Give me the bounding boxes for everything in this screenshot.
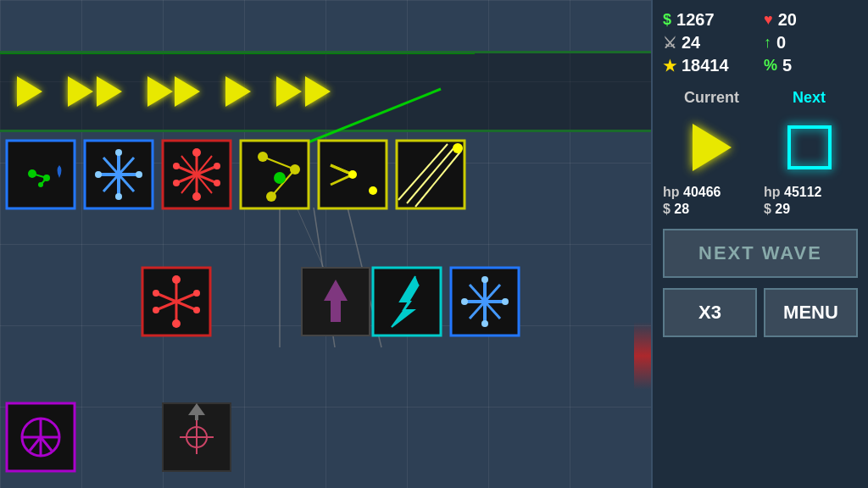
next-wave-button[interactable]: NEXT WAVE [663,229,858,278]
enemy-wide-2 [305,76,331,107]
enemy-wide [276,76,331,107]
enemy-wide-1 [276,76,302,107]
wave-preview [663,115,858,180]
hearts-stat: ♥ 20 [764,10,858,30]
enemy-fast-2 [175,76,200,107]
money-value: 1267 [676,10,715,30]
hearts-value: 20 [778,10,797,30]
hp-cost-grid: hp 40466 hp 45112 $ 28 $ 29 [663,185,858,217]
menu-button[interactable]: MENU [764,288,858,337]
enemy-double [68,76,122,107]
x3-button[interactable]: X3 [663,288,757,337]
dollar-icon: $ [663,11,671,29]
current-next-labels: Current Next [663,89,858,107]
current-cost-value: 28 [674,202,689,216]
arrow-up-icon: ↑ [764,34,771,52]
enemy-triangle-1 [68,76,93,107]
percent-value: 5 [782,56,792,75]
stats-grid: $ 1267 ♥ 20 ⚔ 24 ↑ 0 ★ 18414 % 5 [663,10,858,75]
next-cost-value: 29 [775,202,790,216]
enemy-mid [225,76,251,107]
arrow-value: 0 [776,33,786,53]
sword-value: 24 [682,33,700,53]
percent-icon: % [764,57,777,75]
enemy-triangle-2 [97,76,122,107]
next-hp-item: hp 45112 [764,185,858,200]
next-hp-value: 45112 [784,185,822,199]
heart-icon: ♥ [764,11,773,29]
current-cost-item: $ 28 [663,202,757,217]
enemy-fast-1 [147,76,173,107]
bottom-buttons: X3 MENU [663,288,858,337]
current-hp-value: 40466 [683,185,721,199]
damage-indicator [634,322,651,390]
sidebar: $ 1267 ♥ 20 ⚔ 24 ↑ 0 ★ 18414 % 5 Current… [651,0,868,488]
next-cost-item: $ 29 [764,202,858,217]
percent-stat: % 5 [764,56,858,75]
stars-stat: ★ 18414 [663,56,757,75]
game-area [0,0,651,488]
star-icon: ★ [663,57,676,75]
enemy-fast [147,76,200,107]
enemy-mid-tri [225,76,251,107]
next-wave-enemy [787,125,832,169]
current-label: Current [663,89,760,107]
enemies-row [17,53,331,130]
current-wave-enemy [693,124,732,171]
stars-value: 18414 [682,56,729,75]
next-label: Next [760,89,858,107]
enemy-triangle [17,76,42,107]
current-hp-item: hp 40466 [663,185,757,200]
money-stat: $ 1267 [663,10,757,30]
sword-stat: ⚔ 24 [663,33,757,53]
arrow-stat: ↑ 0 [764,33,858,53]
enemy-single [17,76,42,107]
sword-icon: ⚔ [663,34,676,53]
